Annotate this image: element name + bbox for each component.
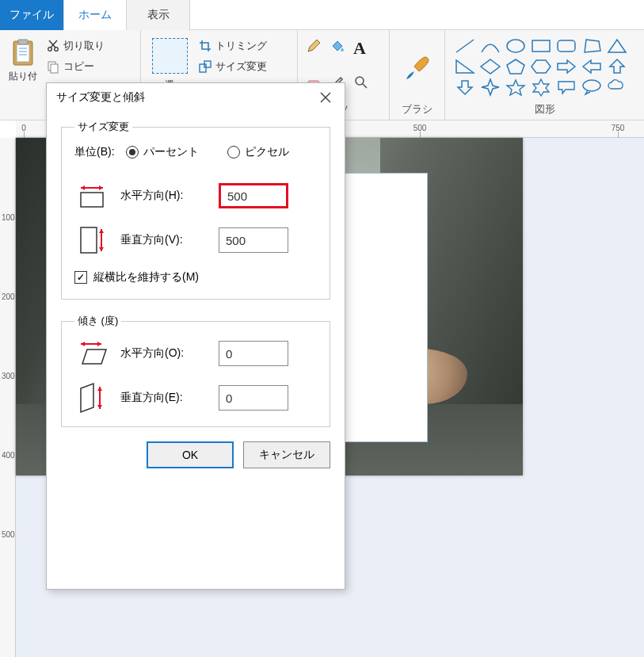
shape-arrow-left[interactable]: [580, 57, 604, 76]
svg-marker-22: [585, 40, 600, 52]
aspect-checkbox[interactable]: 縦横比を維持する(M): [74, 270, 199, 285]
svg-marker-25: [481, 59, 500, 74]
unit-label: 単位(B):: [74, 145, 115, 159]
shape-hexagon[interactable]: [529, 57, 553, 76]
shape-roundrect[interactable]: [554, 36, 578, 55]
svg-marker-28: [558, 60, 575, 73]
shape-star4[interactable]: [478, 78, 502, 97]
shape-callout-cloud[interactable]: [605, 78, 629, 97]
svg-line-18: [456, 40, 474, 52]
shape-callout-oval[interactable]: [580, 78, 604, 97]
shape-right-triangle[interactable]: [453, 57, 477, 76]
svg-marker-23: [608, 40, 626, 52]
ruler-v-100: 100: [2, 213, 15, 222]
paste-button[interactable]: 貼り付: [5, 33, 41, 83]
crop-button[interactable]: トリミング: [198, 36, 267, 55]
cancel-button[interactable]: キャンセル: [243, 441, 330, 468]
radio-pixel-dot: [227, 146, 240, 159]
crop-label: トリミング: [215, 39, 267, 53]
svg-marker-50: [81, 384, 93, 412]
svg-rect-11: [51, 64, 58, 73]
shape-star6[interactable]: [529, 78, 553, 97]
resize-h-label: 水平方向(H):: [120, 189, 208, 203]
resize-label: サイズ変更: [215, 59, 267, 74]
shape-arrow-up[interactable]: [605, 57, 629, 76]
svg-marker-40: [99, 185, 103, 190]
resize-h-input[interactable]: [219, 183, 288, 208]
resize-h-icon: [74, 181, 109, 210]
svg-rect-42: [81, 227, 97, 253]
svg-marker-44: [99, 229, 104, 233]
crop-icon: [198, 39, 212, 53]
shape-rect[interactable]: [529, 36, 553, 55]
resize-v-input[interactable]: [219, 227, 288, 253]
cut-label: 切り取り: [63, 39, 105, 53]
text-tool-icon[interactable]: A: [353, 38, 366, 59]
resize-legend: サイズ変更: [74, 120, 132, 134]
radio-percent-dot: [126, 146, 139, 159]
skew-fieldset: 傾き (度) 水平方向(O):: [61, 314, 330, 427]
svg-rect-12: [200, 64, 206, 72]
shape-polygon[interactable]: [580, 36, 604, 55]
svg-marker-26: [507, 59, 524, 74]
pencil-icon[interactable]: [306, 38, 322, 54]
svg-point-14: [341, 48, 344, 52]
svg-marker-27: [532, 60, 551, 73]
skew-h-input[interactable]: [219, 341, 288, 366]
svg-rect-21: [558, 40, 575, 52]
resize-skew-dialog: サイズ変更と傾斜 サイズ変更 単位(B): パーセント ピクセル: [46, 82, 345, 590]
svg-marker-31: [458, 81, 472, 94]
radio-pixel-label: ピクセル: [245, 145, 289, 159]
svg-rect-41: [81, 193, 103, 207]
resize-button[interactable]: サイズ変更: [198, 57, 267, 76]
svg-point-16: [356, 77, 364, 85]
svg-marker-48: [97, 342, 101, 346]
skew-v-icon: [74, 384, 109, 412]
ruler-v-300: 300: [2, 372, 15, 380]
ruler-v-200: 200: [2, 292, 15, 301]
svg-marker-53: [97, 405, 102, 409]
ok-button[interactable]: OK: [147, 441, 234, 468]
cut-button[interactable]: 切り取り: [46, 36, 105, 55]
svg-marker-29: [583, 60, 600, 73]
close-button[interactable]: [314, 86, 337, 109]
tab-file[interactable]: ファイル: [0, 0, 63, 30]
shape-curve[interactable]: [478, 36, 502, 55]
dialog-titlebar: サイズ変更と傾斜: [47, 83, 345, 112]
svg-line-17: [363, 84, 367, 88]
shape-line[interactable]: [453, 36, 477, 55]
radio-percent-label: パーセント: [143, 145, 199, 159]
svg-rect-1: [17, 44, 29, 62]
copy-icon: [46, 59, 60, 74]
aspect-checkbox-box: [74, 271, 87, 284]
shapes-gallery[interactable]: [450, 33, 639, 100]
dialog-title: サイズ変更と傾斜: [56, 90, 145, 105]
skew-h-icon: [74, 339, 109, 368]
skew-v-label: 垂直方向(E):: [120, 391, 208, 405]
radio-pixel[interactable]: ピクセル: [227, 145, 289, 159]
shape-arrow-down[interactable]: [453, 78, 477, 97]
magnifier-icon[interactable]: [353, 74, 369, 90]
shape-callout-round[interactable]: [554, 78, 578, 97]
paste-label: 貼り付: [9, 70, 37, 83]
shape-pentagon[interactable]: [504, 57, 528, 76]
svg-marker-30: [610, 59, 624, 73]
svg-marker-49: [82, 350, 106, 364]
shape-ellipse[interactable]: [504, 36, 528, 55]
shape-triangle[interactable]: [605, 36, 629, 55]
bucket-icon[interactable]: [330, 38, 345, 54]
svg-rect-20: [532, 40, 550, 52]
tab-view[interactable]: 表示: [127, 0, 190, 30]
tab-home[interactable]: ホーム: [63, 0, 127, 30]
radio-percent[interactable]: パーセント: [126, 145, 199, 159]
svg-point-6: [48, 48, 52, 52]
skew-v-input[interactable]: [219, 385, 288, 411]
shape-arrow-right[interactable]: [554, 57, 578, 76]
shape-star5[interactable]: [504, 78, 528, 97]
svg-marker-33: [507, 80, 524, 95]
shape-diamond[interactable]: [478, 57, 502, 76]
resize-icon: [198, 59, 212, 74]
copy-button[interactable]: コピー: [46, 57, 105, 76]
brush-icon[interactable]: [403, 54, 432, 82]
resize-v-label: 垂直方向(V):: [120, 233, 208, 247]
